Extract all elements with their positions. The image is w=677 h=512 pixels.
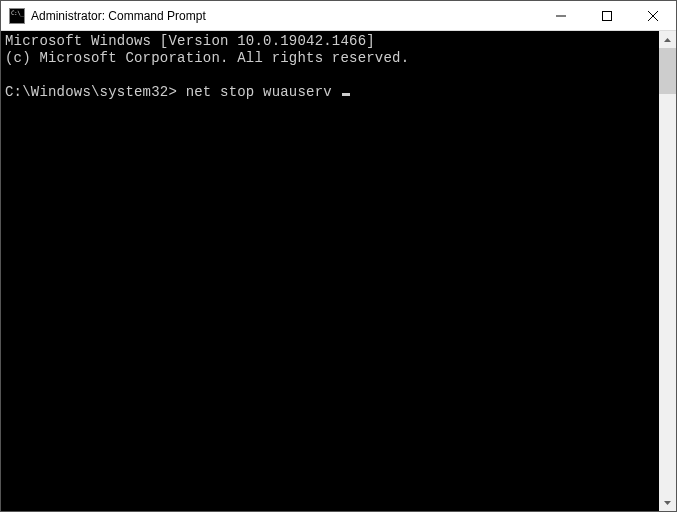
window: Administrator: Command Prompt Microsoft … — [0, 0, 677, 512]
scroll-down-button[interactable] — [659, 494, 676, 511]
terminal-prompt: C:\Windows\system32> — [5, 84, 177, 100]
svg-rect-1 — [603, 11, 612, 20]
terminal[interactable]: Microsoft Windows [Version 10.0.19042.14… — [1, 31, 659, 511]
terminal-line-1: Microsoft Windows [Version 10.0.19042.14… — [5, 33, 375, 49]
scroll-thumb[interactable] — [659, 48, 676, 94]
cmd-icon — [9, 8, 25, 24]
cursor — [342, 93, 350, 96]
window-controls — [538, 1, 676, 30]
svg-marker-5 — [664, 501, 671, 505]
terminal-command: net stop wuauserv — [186, 84, 332, 100]
vertical-scrollbar[interactable] — [659, 31, 676, 511]
close-button[interactable] — [630, 1, 676, 30]
minimize-button[interactable] — [538, 1, 584, 30]
scroll-track[interactable] — [659, 94, 676, 494]
terminal-line-2: (c) Microsoft Corporation. All rights re… — [5, 50, 409, 66]
client-area: Microsoft Windows [Version 10.0.19042.14… — [1, 31, 676, 511]
titlebar[interactable]: Administrator: Command Prompt — [1, 1, 676, 31]
maximize-button[interactable] — [584, 1, 630, 30]
svg-marker-4 — [664, 38, 671, 42]
window-title: Administrator: Command Prompt — [31, 9, 206, 23]
scroll-up-button[interactable] — [659, 31, 676, 48]
